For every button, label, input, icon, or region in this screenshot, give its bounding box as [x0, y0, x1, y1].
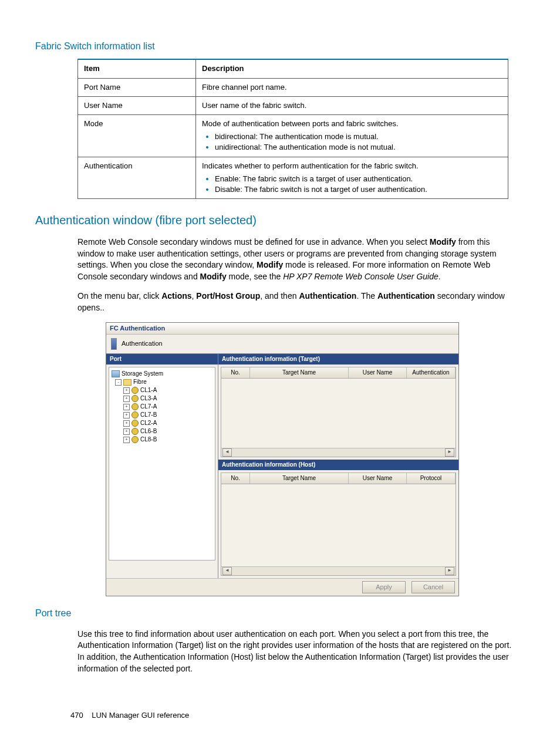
page-footer: 470 LUN Manager GUI reference: [70, 710, 189, 721]
port-icon: [131, 395, 139, 402]
tab-indicator-icon: [111, 338, 117, 350]
auth-host-header: Authentication information (Host): [218, 460, 458, 470]
window-titlebar: FC Authentication: [106, 323, 458, 335]
port-tree[interactable]: Storage System - Fibre +CL1-A +CL3-A +CL…: [109, 367, 215, 561]
collapse-icon[interactable]: -: [115, 379, 122, 386]
section-fabric-switch-title: Fabric Switch information list: [35, 40, 525, 53]
port-icon: [131, 420, 139, 427]
expand-icon[interactable]: +: [123, 437, 130, 443]
col-target-name[interactable]: Target Name: [250, 367, 349, 378]
scroll-left-icon[interactable]: ◄: [222, 567, 232, 575]
tree-port[interactable]: CL2-A: [140, 419, 157, 427]
expand-icon[interactable]: +: [123, 387, 130, 394]
col-user-name[interactable]: User Name: [349, 473, 407, 484]
horizontal-scrollbar[interactable]: ◄ ►: [221, 448, 456, 457]
col-target-name[interactable]: Target Name: [250, 473, 349, 484]
col-no[interactable]: No.: [221, 473, 250, 484]
scroll-right-icon[interactable]: ►: [445, 448, 454, 457]
table-row: Mode Mode of authentication between port…: [78, 114, 508, 157]
tree-port[interactable]: CL7-A: [140, 403, 157, 411]
port-panel-header: Port: [106, 354, 218, 364]
th-item: Item: [78, 59, 196, 78]
tree-port[interactable]: CL7-B: [140, 411, 157, 419]
tree-port[interactable]: CL8-B: [140, 436, 157, 444]
auth-window-para2: On the menu bar, click Actions, Port/Hos…: [77, 291, 519, 313]
auth-target-grid[interactable]: No. Target Name User Name Authentication…: [221, 367, 456, 457]
fabric-switch-table: Item Description Port Name Fibre channel…: [77, 59, 508, 199]
tree-port[interactable]: CL3-A: [140, 394, 157, 403]
expand-icon[interactable]: +: [123, 404, 130, 410]
port-icon: [131, 411, 139, 418]
scroll-left-icon[interactable]: ◄: [222, 448, 232, 457]
apply-button[interactable]: Apply: [362, 581, 406, 593]
tree-fibre[interactable]: Fibre: [133, 378, 147, 386]
auth-window-para1: Remote Web Console secondary windows mus…: [77, 237, 519, 282]
col-authentication[interactable]: Authentication: [407, 367, 456, 378]
page-footer-title: LUN Manager GUI reference: [92, 711, 189, 720]
port-tree-para: Use this tree to find information about …: [77, 629, 519, 674]
tab-authentication[interactable]: Authentication: [106, 335, 458, 353]
page-number: 470: [70, 711, 83, 720]
section-port-tree-title: Port tree: [35, 607, 525, 620]
horizontal-scrollbar[interactable]: ◄ ►: [221, 566, 456, 575]
storage-icon: [112, 370, 120, 377]
auth-target-header: Authentication information (Target): [218, 354, 458, 364]
section-auth-window-title: Authentication window (fibre port select…: [35, 212, 525, 228]
th-desc: Description: [196, 59, 508, 78]
auth-host-grid[interactable]: No. Target Name User Name Protocol ◄ ►: [221, 472, 456, 576]
port-icon: [131, 428, 139, 435]
port-icon: [131, 436, 139, 443]
table-row: Authentication Indicates whether to perf…: [78, 157, 508, 199]
tree-port[interactable]: CL6-B: [140, 427, 157, 436]
col-no[interactable]: No.: [221, 367, 250, 378]
expand-icon[interactable]: +: [123, 396, 130, 402]
expand-icon[interactable]: +: [123, 420, 130, 427]
cancel-button[interactable]: Cancel: [411, 581, 455, 593]
table-row: User Name User name of the fabric switch…: [78, 96, 508, 114]
table-row: Port Name Fibre channel port name.: [78, 78, 508, 96]
port-icon: [131, 387, 139, 394]
folder-icon: [123, 379, 131, 386]
col-user-name[interactable]: User Name: [349, 367, 407, 378]
expand-icon[interactable]: +: [123, 412, 130, 418]
expand-icon[interactable]: +: [123, 428, 130, 435]
fc-authentication-window: FC Authentication Authentication Port St…: [106, 322, 459, 597]
col-protocol[interactable]: Protocol: [407, 473, 456, 484]
port-icon: [131, 403, 139, 410]
tree-port[interactable]: CL1-A: [140, 386, 157, 394]
tree-root[interactable]: Storage System: [122, 370, 163, 378]
scroll-right-icon[interactable]: ►: [445, 567, 454, 575]
